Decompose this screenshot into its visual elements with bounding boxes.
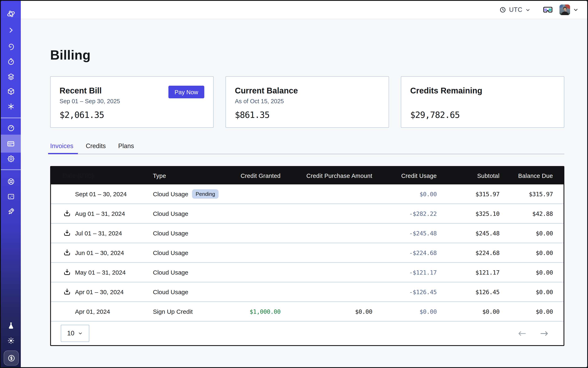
avatar-image bbox=[560, 4, 570, 15]
download-invoice-button[interactable] bbox=[63, 248, 71, 257]
sidebar-item-usage[interactable] bbox=[1, 121, 21, 135]
sidebar-item-docs[interactable] bbox=[1, 190, 21, 203]
arrow-left-icon bbox=[517, 330, 526, 336]
download-icon bbox=[63, 209, 71, 218]
sidebar-item-credits[interactable] bbox=[4, 350, 19, 366]
cube-icon bbox=[7, 87, 15, 95]
sidebar-item-asterisk[interactable] bbox=[1, 100, 21, 113]
invoice-date-label: Sept 01 – 30, 2024 bbox=[75, 191, 127, 197]
card-title: Credits Remaining bbox=[410, 85, 555, 96]
credits-remaining-card: Credits Remaining $29,782.65 bbox=[401, 76, 564, 128]
card-subtitle: Sep 01 – Sep 30, 2025 bbox=[60, 98, 204, 106]
pay-now-button[interactable]: Pay Now bbox=[168, 86, 204, 98]
current-balance-card: Current Balance As of Oct 15, 2025 $861.… bbox=[226, 76, 389, 128]
spiral-icon bbox=[7, 42, 15, 51]
download-invoice-button[interactable] bbox=[63, 268, 71, 277]
chevron-down-icon bbox=[78, 331, 83, 336]
chevron-right-icon bbox=[7, 26, 15, 34]
download-invoice-button[interactable] bbox=[63, 229, 71, 238]
card-subtitle bbox=[410, 98, 555, 106]
dollar-seal-icon bbox=[7, 353, 16, 362]
download-icon bbox=[63, 248, 71, 257]
sun-icon bbox=[7, 337, 15, 345]
book-sparkles-icon bbox=[7, 193, 15, 201]
table-footer: 10 bbox=[51, 322, 563, 345]
next-page-button[interactable] bbox=[540, 330, 549, 336]
reader-mode-button[interactable] bbox=[543, 6, 553, 13]
sidebar-item-layers[interactable] bbox=[1, 70, 21, 84]
sidebar-item-timer[interactable] bbox=[1, 55, 21, 69]
column-header-balance-due: Balance Due bbox=[499, 172, 553, 179]
cell-subtotal: $245.48 bbox=[437, 230, 499, 236]
sidebar-divider bbox=[1, 118, 21, 118]
sidebar-item-cube[interactable] bbox=[1, 84, 21, 98]
cell-credit-usage: -$126.45 bbox=[372, 289, 437, 295]
sidebar-item-settings[interactable] bbox=[1, 152, 21, 166]
cell-credit-purchase: $0.00 bbox=[280, 308, 372, 315]
rocket-icon bbox=[7, 207, 15, 215]
cell-subtotal: $126.45 bbox=[437, 289, 499, 295]
credit-card-icon bbox=[7, 139, 15, 148]
sidebar-logo[interactable] bbox=[1, 7, 21, 21]
sidebar-item-spiral[interactable] bbox=[1, 40, 21, 54]
invoice-date-label: May 01 – 31, 2024 bbox=[75, 269, 126, 276]
cell-credit-usage: -$282.22 bbox=[372, 210, 437, 217]
gear-icon bbox=[7, 155, 15, 163]
card-title: Current Balance bbox=[235, 85, 380, 96]
summary-cards: Recent Bill Sep 01 – Sep 30, 2025 $2,061… bbox=[50, 76, 564, 128]
timezone-selector[interactable]: UTC bbox=[499, 6, 531, 13]
main-content: Billing Recent Bill Sep 01 – Sep 30, 202… bbox=[21, 19, 587, 367]
table-row: Jul 01 – 31, 2024 Cloud Usage -$245.48 $… bbox=[51, 224, 563, 243]
invoice-type-label: Cloud Usage bbox=[153, 191, 188, 197]
table-row: Apr 01, 2024 Sign Up Credit $1,000.00 $0… bbox=[51, 302, 563, 322]
current-balance-amount: $861.35 bbox=[235, 110, 380, 120]
sidebar-divider bbox=[1, 169, 21, 170]
invoice-type-label: Cloud Usage bbox=[153, 210, 188, 217]
download-icon bbox=[63, 229, 71, 238]
page-size-value: 10 bbox=[67, 330, 74, 337]
invoice-date-label: Jun 01 – 30, 2024 bbox=[75, 249, 124, 256]
previous-page-button[interactable] bbox=[517, 330, 526, 336]
sidebar bbox=[1, 1, 21, 367]
sidebar-item-theme[interactable] bbox=[1, 334, 21, 348]
page-title: Billing bbox=[50, 46, 564, 64]
cell-credit-usage: -$121.17 bbox=[372, 269, 437, 276]
cell-credit-usage: $0.00 bbox=[372, 308, 437, 315]
flask-icon bbox=[7, 322, 15, 330]
table-row: Aug 01 – 31, 2024 Cloud Usage -$282.22 $… bbox=[51, 204, 563, 224]
invoice-type-label: Cloud Usage bbox=[153, 288, 188, 295]
download-invoice-button[interactable] bbox=[63, 288, 71, 296]
table-row: Jun 01 – 30, 2024 Cloud Usage -$224.68 $… bbox=[51, 243, 563, 263]
download-invoice-button[interactable] bbox=[63, 209, 71, 218]
cell-subtotal: $315.97 bbox=[437, 191, 499, 197]
table-row: Sept 01 – 30, 2024 Cloud Usage Pending $… bbox=[51, 184, 563, 204]
sidebar-item-support[interactable] bbox=[1, 175, 21, 188]
invoice-date-label: Apr 01 – 30, 2024 bbox=[75, 288, 124, 295]
cell-credit-usage: $0.00 bbox=[372, 191, 437, 197]
sidebar-item-labs[interactable] bbox=[1, 319, 21, 332]
account-menu-button[interactable] bbox=[573, 7, 579, 13]
credits-remaining-amount: $29,782.65 bbox=[410, 110, 555, 120]
topbar: UTC bbox=[21, 1, 587, 19]
tab-plans[interactable]: Plans bbox=[118, 142, 134, 154]
orbit-logo-icon bbox=[6, 9, 16, 19]
avatar[interactable] bbox=[560, 4, 570, 15]
invoice-type-label: Cloud Usage bbox=[153, 249, 188, 256]
sidebar-item-billing[interactable] bbox=[1, 135, 21, 153]
invoice-type-label: Sign Up Credit bbox=[153, 308, 193, 315]
sidebar-item-launch[interactable] bbox=[1, 204, 21, 218]
page-size-select[interactable]: 10 bbox=[61, 325, 89, 342]
column-header-subtotal: Subtotal bbox=[437, 172, 499, 179]
column-header-credit-granted: Credit Granted bbox=[228, 172, 280, 179]
download-icon bbox=[63, 288, 71, 296]
tabs-baseline bbox=[50, 154, 564, 154]
status-badge: Pending bbox=[192, 189, 218, 199]
billing-tabs: Invoices Credits Plans bbox=[50, 142, 564, 154]
table-header-row: Date (UTC) Type Credit Granted Credit Pu… bbox=[51, 167, 563, 184]
card-subtitle: As of Oct 15, 2025 bbox=[235, 98, 380, 106]
tab-invoices[interactable]: Invoices bbox=[50, 142, 73, 154]
cell-subtotal: $121.17 bbox=[437, 269, 499, 276]
sidebar-item-console[interactable] bbox=[1, 23, 21, 37]
table-row: Apr 01 – 30, 2024 Cloud Usage -$126.45 $… bbox=[51, 282, 563, 302]
tab-credits[interactable]: Credits bbox=[86, 142, 106, 154]
